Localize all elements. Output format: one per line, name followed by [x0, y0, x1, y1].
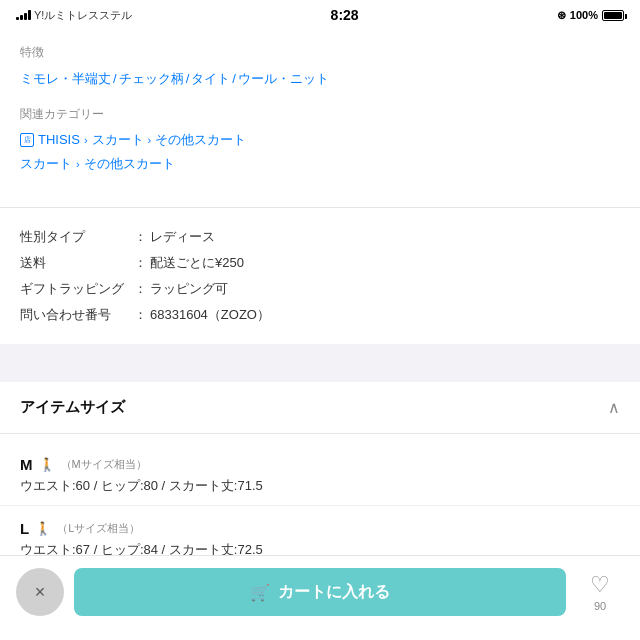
heart-icon: ♡ — [590, 572, 610, 598]
close-button[interactable]: × — [16, 568, 64, 616]
shop-icon: 店 — [20, 133, 34, 147]
size-equiv-m: （Mサイズ相当） — [61, 457, 147, 472]
cart-label: カートに入れる — [278, 582, 390, 603]
detail-key-gender: 性別タイプ — [20, 228, 130, 246]
features-label: 特徴 — [20, 44, 620, 61]
category-brand[interactable]: THISIS — [38, 132, 80, 147]
category-skirt[interactable]: スカート — [92, 131, 144, 149]
size-l-label-row: L 🚶 （Lサイズ相当） — [20, 520, 620, 537]
battery-icon — [602, 10, 624, 21]
feature-tag[interactable]: ミモレ・半端丈 — [20, 69, 111, 90]
detail-val-gift: ラッピング可 — [150, 280, 228, 298]
detail-row-gift: ギフトラッピング ： ラッピング可 — [20, 276, 620, 302]
add-to-cart-button[interactable]: 🛒 カートに入れる — [74, 568, 566, 616]
size-m-label-row: M 🚶 （Mサイズ相当） — [20, 456, 620, 473]
size-equiv-l: （Lサイズ相当） — [57, 521, 140, 536]
bottom-bar: × 🛒 カートに入れる ♡ 90 — [0, 555, 640, 640]
arrow-icon: › — [76, 158, 80, 170]
detail-row-shipping: 送料 ： 配送ごとに¥250 — [20, 250, 620, 276]
size-item-m: M 🚶 （Mサイズ相当） ウエスト:60 / ヒップ:80 / スカート丈:71… — [0, 442, 640, 506]
detail-key-shipping: 送料 — [20, 254, 130, 272]
detail-val-inquiry: 68331604（ZOZO） — [150, 306, 270, 324]
detail-val-shipping: 配送ごとに¥250 — [150, 254, 244, 272]
details-section: 性別タイプ ： レディース 送料 ： 配送ごとに¥250 ギフトラッピング ： … — [0, 220, 640, 344]
person-icon-l: 🚶 — [35, 521, 51, 536]
detail-colon: ： — [130, 254, 150, 272]
size-measurements-m: ウエスト:60 / ヒップ:80 / スカート丈:71.5 — [20, 477, 620, 495]
status-bar: Y!ルミトレスステル 8:28 ⊛ 100% — [0, 0, 640, 28]
detail-key-inquiry: 問い合わせ番号 — [20, 306, 130, 324]
category-row-2[interactable]: スカート › その他スカート — [20, 155, 620, 173]
spacer — [0, 352, 640, 382]
feature-tags: ミモレ・半端丈 / チェック柄 / タイト / ウール・ニット — [20, 69, 620, 90]
arrow-icon: › — [84, 134, 88, 146]
categories-label: 関連カテゴリー — [20, 106, 620, 123]
status-right: ⊛ 100% — [557, 9, 624, 22]
detail-row-gender: 性別タイプ ： レディース — [20, 224, 620, 250]
arrow-icon: › — [148, 134, 152, 146]
category-row-1[interactable]: 店 THISIS › スカート › その他スカート — [20, 131, 620, 149]
feature-tag[interactable]: タイト — [191, 69, 230, 90]
size-section-title: アイテムサイズ — [20, 398, 125, 417]
favorite-button[interactable]: ♡ 90 — [576, 572, 624, 612]
feature-tag[interactable]: ウール・ニット — [238, 69, 329, 90]
main-content: 特徴 ミモレ・半端丈 / チェック柄 / タイト / ウール・ニット 関連カテゴ… — [0, 28, 640, 640]
heart-count: 90 — [594, 600, 606, 612]
detail-colon: ： — [130, 228, 150, 246]
signal-icon — [16, 10, 31, 20]
category-skirt-2[interactable]: スカート — [20, 155, 72, 173]
size-letter-l: L — [20, 520, 29, 537]
battery-percent: 100% — [570, 9, 598, 21]
detail-key-gift: ギフトラッピング — [20, 280, 130, 298]
product-info-card: 特徴 ミモレ・半端丈 / チェック柄 / タイト / ウール・ニット 関連カテゴ… — [0, 28, 640, 344]
chevron-up-icon: ∧ — [608, 398, 620, 417]
category-other-skirt[interactable]: その他スカート — [155, 131, 246, 149]
detail-row-inquiry: 問い合わせ番号 ： 68331604（ZOZO） — [20, 302, 620, 328]
detail-colon: ： — [130, 306, 150, 324]
detail-colon: ： — [130, 280, 150, 298]
carrier-text: Y!ルミトレスステル — [34, 8, 132, 23]
cart-icon: 🛒 — [250, 583, 270, 602]
size-section: アイテムサイズ ∧ M 🚶 （Mサイズ相当） ウエスト:60 / ヒップ:80 … — [0, 382, 640, 577]
divider — [0, 207, 640, 208]
feature-tag[interactable]: チェック柄 — [119, 69, 184, 90]
person-icon-m: 🚶 — [39, 457, 55, 472]
categories-section: 関連カテゴリー 店 THISIS › スカート › その他スカート スカート ›… — [0, 106, 640, 195]
detail-val-gender: レディース — [150, 228, 215, 246]
status-left: Y!ルミトレスステル — [16, 8, 132, 23]
size-letter-m: M — [20, 456, 33, 473]
size-section-header[interactable]: アイテムサイズ ∧ — [0, 382, 640, 434]
time-display: 8:28 — [331, 7, 359, 23]
category-other-skirt-2[interactable]: その他スカート — [84, 155, 175, 173]
features-section: 特徴 ミモレ・半端丈 / チェック柄 / タイト / ウール・ニット — [0, 28, 640, 106]
wifi-icon: ⊛ — [557, 9, 566, 22]
